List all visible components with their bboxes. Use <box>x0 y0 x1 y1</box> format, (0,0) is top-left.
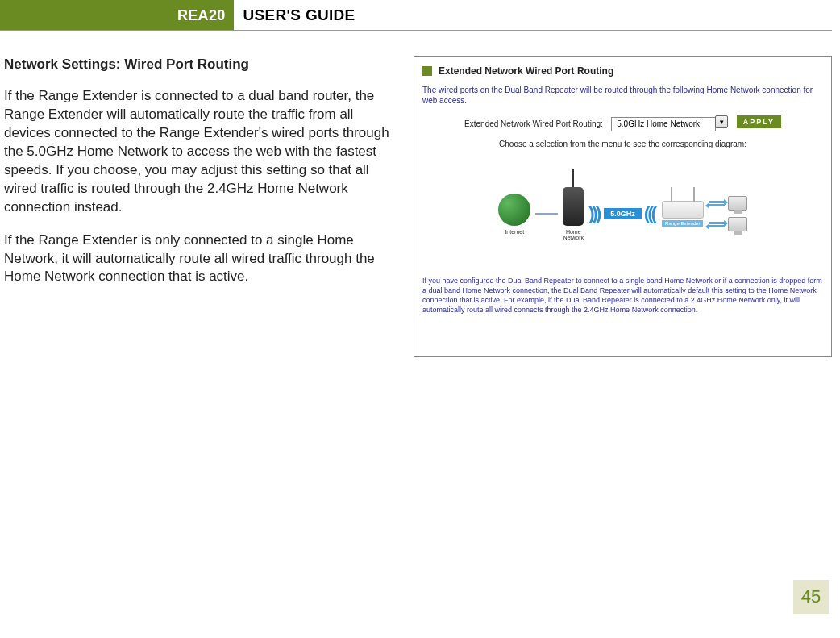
data-arrow-icon <box>709 222 725 227</box>
wireless-signal-icon: ))) <box>647 203 657 224</box>
band-badge: 5.0GHz <box>604 208 642 219</box>
routing-field-label: Extended Network Wired Port Routing: <box>464 119 603 128</box>
section-heading: Network Settings: Wired Port Routing <box>4 56 399 73</box>
header-divider <box>0 30 832 31</box>
data-arrow-icon <box>709 201 725 206</box>
product-badge: REA20 <box>169 0 234 31</box>
computer-icon <box>728 196 747 211</box>
page-header: REA20 USER'S GUIDE <box>0 0 840 31</box>
routing-select-value: 5.0GHz Home Network <box>617 118 700 131</box>
router-icon <box>563 187 584 226</box>
network-diagram: Internet Home Network ))) 5.0GHz ))) Ran… <box>422 161 823 266</box>
wireless-signal-icon: ))) <box>588 203 599 224</box>
routing-select[interactable]: 5.0GHz Home Network <box>611 117 716 131</box>
body-paragraph-1: If the Range Extender is connected to a … <box>4 87 399 217</box>
panel-footnote: If you have configured the Dual Band Rep… <box>422 276 823 315</box>
panel-instruction: Choose a selection from the menu to see … <box>422 140 823 148</box>
settings-screenshot-panel: Extended Network Wired Port Routing The … <box>414 56 832 357</box>
panel-description: The wired ports on the Dual Band Repeate… <box>422 85 823 106</box>
header-accent-bar <box>0 0 169 31</box>
home-network-label: Home Network <box>563 229 584 240</box>
computer-icon <box>728 217 747 231</box>
range-extender-icon <box>662 201 704 219</box>
connector-line <box>535 213 558 215</box>
dropdown-arrow-icon[interactable]: ▼ <box>715 115 728 128</box>
internet-label: Internet <box>505 229 524 235</box>
document-title: USER'S GUIDE <box>234 0 356 31</box>
page-number: 45 <box>793 580 829 614</box>
section-bullet-icon <box>422 66 432 76</box>
body-paragraph-2: If the Range Extender is only connected … <box>4 231 399 287</box>
apply-button[interactable]: APPLY <box>737 115 781 128</box>
range-extender-label: Range Extender <box>662 220 703 227</box>
internet-globe-icon <box>498 194 530 226</box>
panel-title: Extended Network Wired Port Routing <box>439 65 613 77</box>
